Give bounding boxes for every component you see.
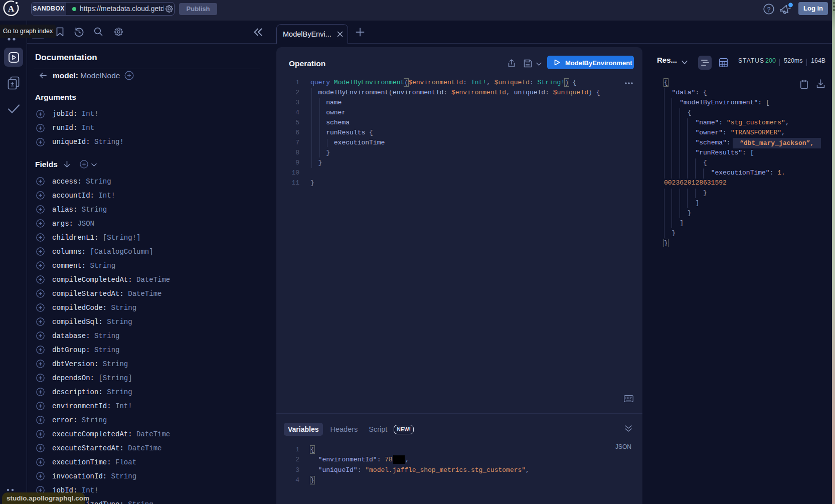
svg-text:?: ? xyxy=(767,6,771,13)
svg-text:A: A xyxy=(8,4,15,14)
